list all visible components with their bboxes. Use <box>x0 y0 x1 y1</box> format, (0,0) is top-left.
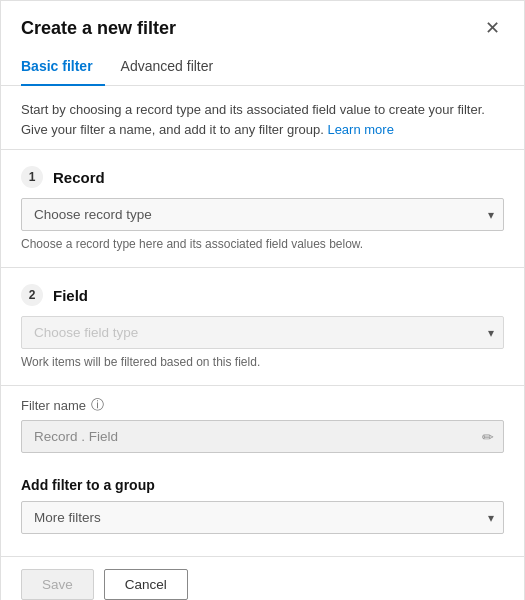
dialog-header: Create a new filter ✕ <box>1 1 524 49</box>
description-text: Start by choosing a record type and its … <box>1 86 524 149</box>
step-number-2: 2 <box>21 284 43 306</box>
filter-name-input-wrapper: ✏ <box>21 420 504 453</box>
add-filter-group-select[interactable]: More filters <box>21 501 504 534</box>
tab-advanced[interactable]: Advanced filter <box>121 50 226 86</box>
tab-basic[interactable]: Basic filter <box>21 50 105 86</box>
filter-name-input[interactable] <box>21 420 504 453</box>
field-section-header: 2 Field <box>21 284 504 306</box>
add-filter-group-select-wrapper: More filters ▾ <box>21 501 504 534</box>
field-section: 2 Field Choose field type ▾ Work items w… <box>1 268 524 385</box>
dialog-footer: Save Cancel <box>1 556 524 600</box>
record-section-title: Record <box>53 169 105 186</box>
cancel-button[interactable]: Cancel <box>104 569 188 600</box>
field-type-select-wrapper: Choose field type ▾ <box>21 316 504 349</box>
edit-icon[interactable]: ✏ <box>482 429 494 445</box>
record-type-hint: Choose a record type here and its associ… <box>21 237 504 251</box>
filter-name-section: Filter name ⓘ ✏ <box>1 386 524 467</box>
record-section: 1 Record Choose record type ▾ Choose a r… <box>1 150 524 267</box>
field-type-select[interactable]: Choose field type <box>21 316 504 349</box>
dialog-title: Create a new filter <box>21 18 176 39</box>
add-filter-group-label: Add filter to a group <box>21 477 504 493</box>
learn-more-link[interactable]: Learn more <box>327 122 393 137</box>
add-filter-group-section: Add filter to a group More filters ▾ <box>1 467 524 556</box>
filter-name-label: Filter name ⓘ <box>21 396 504 414</box>
record-type-select-wrapper: Choose record type ▾ <box>21 198 504 231</box>
record-section-header: 1 Record <box>21 166 504 188</box>
close-button[interactable]: ✕ <box>481 17 504 39</box>
tabs-container: Basic filter Advanced filter <box>1 49 524 86</box>
save-button[interactable]: Save <box>21 569 94 600</box>
step-number-1: 1 <box>21 166 43 188</box>
record-type-select[interactable]: Choose record type <box>21 198 504 231</box>
field-type-hint: Work items will be filtered based on thi… <box>21 355 504 369</box>
filter-name-info-icon: ⓘ <box>91 396 104 414</box>
create-filter-dialog: Create a new filter ✕ Basic filter Advan… <box>0 0 525 600</box>
field-section-title: Field <box>53 287 88 304</box>
